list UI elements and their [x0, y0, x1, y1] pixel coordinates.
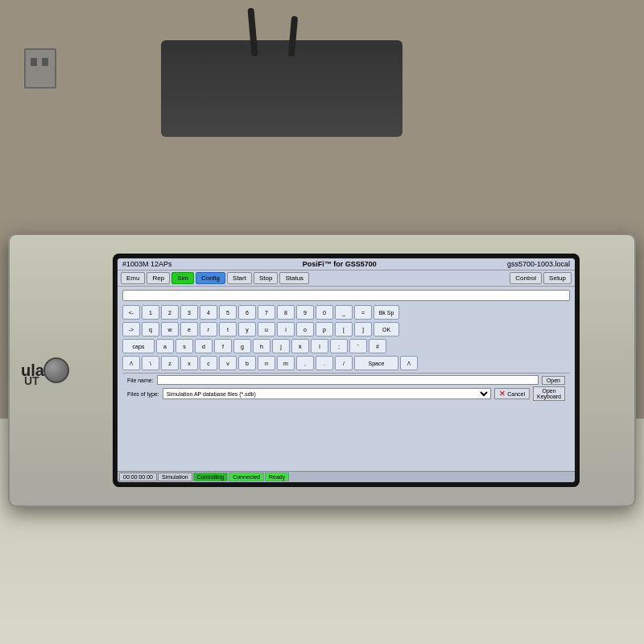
keyboard-row-1: <- 1 2 3 4 5 6 7 8 9 0 _ = Bk Sp — [122, 305, 570, 320]
key-5[interactable]: 5 — [219, 305, 237, 320]
key-u[interactable]: u — [258, 322, 275, 336]
key-shift-right[interactable]: /\ — [400, 356, 418, 370]
key-n[interactable]: n — [258, 356, 275, 370]
key-caps[interactable]: caps — [122, 339, 155, 353]
key-g[interactable]: g — [233, 339, 251, 353]
key-0[interactable]: 0 — [316, 305, 333, 320]
key-p[interactable]: p — [316, 322, 333, 336]
key-backslash[interactable]: \ — [142, 356, 159, 370]
key-equals[interactable]: = — [354, 305, 372, 320]
keyboard-area: <- 1 2 3 4 5 6 7 8 9 0 _ = Bk Sp — [118, 287, 575, 471]
keyboard-row-3: caps a s d f g h j k l ; ' # — [122, 339, 570, 353]
key-space[interactable]: Space — [354, 356, 398, 370]
key-o[interactable]: o — [296, 322, 314, 336]
key-m[interactable]: m — [277, 356, 295, 370]
nav-bar: Emu Rep Sim Config Start Stop Status Con… — [118, 270, 575, 287]
key-q[interactable]: q — [142, 322, 159, 336]
screen-bezel: #1003M 12APs PosiFi™ for GSS5700 gss5700… — [113, 254, 580, 487]
cancel-button[interactable]: ✕ Cancel — [494, 388, 530, 399]
key-t[interactable]: t — [219, 322, 237, 336]
key-d[interactable]: d — [195, 339, 213, 353]
key-i[interactable]: i — [277, 322, 295, 336]
key-semicolon[interactable]: ; — [330, 339, 348, 353]
key-9[interactable]: 9 — [296, 305, 314, 320]
key-lbracket[interactable]: [ — [335, 322, 353, 336]
cancel-label: Cancel — [507, 391, 525, 397]
key-x[interactable]: x — [180, 356, 198, 370]
key-r[interactable]: r — [200, 322, 217, 336]
header-bar: #1003M 12APs PosiFi™ for GSS5700 gss5700… — [118, 258, 575, 270]
screen: #1003M 12APs PosiFi™ for GSS5700 gss5700… — [118, 258, 575, 482]
key-underscore[interactable]: _ — [335, 305, 353, 320]
key-1[interactable]: 1 — [142, 305, 159, 320]
status-controlling: Controlling — [193, 473, 228, 481]
key-3[interactable]: 3 — [180, 305, 198, 320]
nav-stop[interactable]: Stop — [254, 272, 278, 284]
key-back[interactable]: <- — [122, 305, 140, 320]
key-period[interactable]: . — [316, 356, 333, 370]
key-c[interactable]: c — [200, 356, 217, 370]
nav-start[interactable]: Start — [227, 272, 252, 284]
nav-setup[interactable]: Setup — [543, 272, 572, 284]
key-shift-left[interactable]: /\ — [122, 356, 140, 370]
file-area: File name: Open Files of type: Simulatio… — [122, 373, 570, 402]
key-l[interactable]: l — [311, 339, 328, 353]
key-ok[interactable]: OK — [374, 322, 399, 336]
nav-emu[interactable]: Emu — [121, 272, 145, 284]
key-rbracket[interactable]: ] — [354, 322, 372, 336]
keyboard-row-2: -> q w e r t y u i o p [ ] OK — [122, 322, 570, 336]
nav-status[interactable]: Status — [279, 272, 309, 284]
header-title: PosiFi™ for GSS5700 — [172, 260, 507, 268]
open-button[interactable]: Open — [542, 376, 565, 385]
nav-rep[interactable]: Rep — [147, 272, 170, 284]
status-connected: Connected — [229, 473, 264, 481]
key-8[interactable]: 8 — [277, 305, 295, 320]
status-time: 00:00:00:00 — [119, 473, 157, 481]
ut-label: UT — [24, 374, 39, 387]
status-mode: Simulation — [158, 473, 192, 481]
key-quote[interactable]: ' — [349, 339, 367, 353]
key-6[interactable]: 6 — [238, 305, 256, 320]
nav-sim[interactable]: Sim — [171, 272, 194, 284]
file-name-input[interactable] — [157, 375, 539, 385]
key-a[interactable]: a — [156, 339, 174, 353]
header-left: #1003M 12APs — [122, 260, 172, 268]
key-e[interactable]: e — [180, 322, 198, 336]
control-knob[interactable] — [43, 357, 69, 383]
key-2[interactable]: 2 — [161, 305, 179, 320]
key-k[interactable]: k — [291, 339, 309, 353]
key-hash[interactable]: # — [369, 339, 386, 353]
cancel-icon: ✕ — [499, 390, 506, 398]
key-s[interactable]: s — [175, 339, 193, 353]
key-w[interactable]: w — [161, 322, 179, 336]
header-right: gss5700-1003.local — [507, 260, 570, 268]
status-bar: 00:00:00:00 Simulation Controlling Conne… — [118, 471, 575, 482]
key-backspace[interactable]: Bk Sp — [374, 305, 399, 320]
nav-control[interactable]: Control — [510, 272, 542, 284]
open-keyboard-button[interactable]: OpenKeyboard — [533, 386, 565, 401]
key-7[interactable]: 7 — [258, 305, 275, 320]
key-f[interactable]: f — [214, 339, 232, 353]
keyboard-input-display — [122, 290, 570, 301]
keyboard-row-4: /\ \ z x c v b n m , . / Space /\ — [122, 356, 570, 370]
key-j[interactable]: j — [272, 339, 290, 353]
nav-config[interactable]: Config — [196, 272, 225, 284]
key-slash[interactable]: / — [335, 356, 353, 370]
key-4[interactable]: 4 — [200, 305, 217, 320]
key-z[interactable]: z — [161, 356, 179, 370]
status-ready: Ready — [265, 473, 289, 481]
key-y[interactable]: y — [238, 322, 256, 336]
file-label: File name: — [127, 378, 154, 383]
key-tab[interactable]: -> — [122, 322, 140, 336]
key-b[interactable]: b — [238, 356, 256, 370]
key-v[interactable]: v — [219, 356, 237, 370]
key-comma[interactable]: , — [296, 356, 314, 370]
file-type-select[interactable]: Simulation AP database files (*.sdb) — [163, 388, 492, 399]
files-of-type-label: Files of type: — [127, 391, 159, 397]
key-h[interactable]: h — [253, 339, 270, 353]
